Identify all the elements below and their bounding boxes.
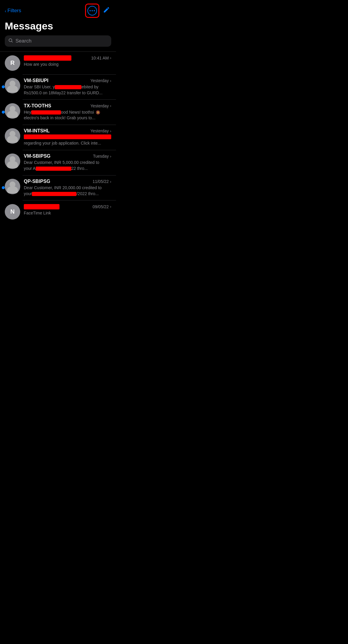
redacted-content — [55, 85, 81, 89]
message-time: 09/05/22 › — [93, 204, 111, 209]
message-content: 09/05/22 › FaceTime Link — [24, 204, 111, 216]
message-content: VM-INTSHL Yesterday › regarding your job… — [24, 128, 111, 146]
sender-name — [24, 55, 71, 61]
message-content: QP-SBIPSG 11/05/22 › Dear Customer, INR … — [24, 179, 111, 197]
sender-name — [24, 204, 59, 209]
list-item[interactable]: VM-SBIPSG Tuesday › Dear Customer, INR 5… — [0, 150, 116, 175]
avatar — [5, 128, 20, 144]
list-item[interactable]: VM-SBIUPI Yesterday › Dear SBI User, yeb… — [0, 74, 116, 99]
search-icon — [8, 38, 13, 44]
avatar — [5, 153, 20, 169]
compose-button[interactable] — [102, 5, 111, 16]
message-time: Yesterday › — [90, 104, 111, 108]
sender-name: VM-SBIPSG — [24, 153, 51, 159]
message-preview: Dear Customer, INR 5,000.00 credited to … — [24, 160, 111, 171]
search-bar[interactable] — [5, 35, 111, 47]
sender-name: VM-SBIUPI — [24, 78, 48, 83]
redacted-content — [36, 167, 71, 171]
avatar: N — [5, 204, 20, 220]
redacted-name — [24, 55, 71, 61]
chevron-right-icon: › — [110, 79, 111, 83]
chevron-right-icon: › — [110, 129, 111, 133]
header-bar: ‹ Filters — [0, 0, 116, 19]
message-preview: How are you doing — [24, 62, 111, 68]
unread-indicator — [2, 186, 5, 189]
filters-label: Filters — [7, 8, 21, 14]
chevron-right-icon: › — [110, 179, 111, 184]
message-preview: Dear SBI User, yebited by Rs1500.0 on 18… — [24, 84, 111, 96]
message-time: 11/05/22 › — [93, 179, 111, 184]
list-item[interactable]: TX-TOOTHS Yesterday › Heyood News! tooth… — [0, 100, 116, 125]
message-time: Yesterday › — [90, 78, 111, 83]
redacted-name — [24, 204, 59, 209]
message-content: TX-TOOTHS Yesterday › Heyood News! tooth… — [24, 103, 111, 121]
redacted-content — [24, 134, 111, 139]
message-preview: FaceTime Link — [24, 210, 111, 216]
filters-button[interactable]: ‹ Filters — [5, 8, 21, 14]
unread-indicator — [2, 111, 5, 114]
chevron-right-icon: › — [110, 56, 111, 60]
avatar — [5, 103, 20, 119]
redacted-content — [32, 192, 76, 196]
message-preview: Dear Customer, INR 20,000.00 credited to… — [24, 185, 111, 197]
message-content: VM-SBIPSG Tuesday › Dear Customer, INR 5… — [24, 153, 111, 171]
muted-icon: 🔕 — [96, 110, 100, 115]
message-time: Tuesday › — [93, 154, 111, 159]
sender-name: VM-INTSHL — [24, 128, 50, 134]
list-divider — [23, 223, 116, 223]
avatar: R — [5, 55, 20, 71]
redacted-content — [31, 110, 61, 115]
sender-name: QP-SBIPSG — [24, 179, 50, 184]
list-item[interactable]: QP-SBIPSG 11/05/22 › Dear Customer, INR … — [0, 175, 116, 200]
header-icons — [85, 4, 111, 18]
page-title: Messages — [0, 19, 116, 35]
list-item[interactable]: R 10:41 AM › How are you doing — [0, 52, 116, 74]
unread-indicator — [2, 85, 5, 88]
chevron-left-icon: ‹ — [5, 8, 6, 13]
message-preview: regarding your job application. Click in… — [24, 134, 111, 146]
avatar — [5, 78, 20, 93]
sender-name: TX-TOOTHS — [24, 103, 51, 109]
more-dots-icon — [87, 6, 97, 15]
chevron-right-icon: › — [110, 204, 111, 209]
chevron-right-icon: › — [110, 104, 111, 108]
message-preview: Heyood News! toothsi 🔕 electro's back in… — [24, 109, 111, 121]
more-options-button[interactable] — [85, 4, 99, 18]
avatar — [5, 179, 20, 194]
message-content: 10:41 AM › How are you doing — [24, 55, 111, 68]
message-time: 10:41 AM › — [91, 56, 112, 60]
message-content: VM-SBIUPI Yesterday › Dear SBI User, yeb… — [24, 78, 111, 96]
search-input[interactable] — [15, 38, 108, 44]
chevron-right-icon: › — [110, 154, 111, 159]
list-item[interactable]: N 09/05/22 › FaceTime Link — [0, 200, 116, 223]
list-item[interactable]: VM-INTSHL Yesterday › regarding your job… — [0, 125, 116, 150]
message-time: Yesterday › — [90, 129, 111, 133]
message-list: R 10:41 AM › How are you doing VM-SBIUPI — [0, 52, 116, 223]
